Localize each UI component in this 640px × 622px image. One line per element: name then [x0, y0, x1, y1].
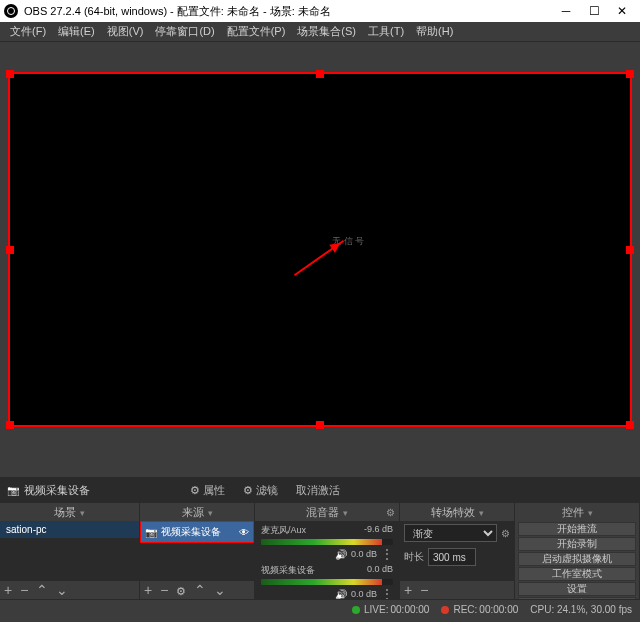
window-titlebar: OBS 27.2.4 (64-bit, windows) - 配置文件: 未命名… [0, 0, 640, 22]
add-scene-button[interactable]: + [4, 582, 12, 598]
selection-handle[interactable] [6, 246, 14, 254]
scene-filters-button[interactable]: ⌃ [36, 582, 48, 598]
audio-mixer-panel: 混音器 麦克风/Aux-9.6 dB 0.0 dB 视频采集设备0.0 dB 0… [255, 503, 400, 599]
properties-button[interactable]: 属性 [190, 483, 225, 498]
selection-handle[interactable] [316, 70, 324, 78]
cpu-status: CPU: 24.1%, 30.00 fps [530, 604, 632, 615]
menu-edit[interactable]: 编辑(E) [52, 22, 101, 41]
start-recording-button[interactable]: 开始录制 [518, 537, 636, 551]
exit-button[interactable]: 退出 [518, 597, 636, 599]
mixer-track: 视频采集设备0.0 dB 0.0 dB [255, 561, 399, 599]
more-icon[interactable] [381, 547, 393, 561]
panel-title: 混音器 [306, 505, 339, 520]
source-down-button[interactable]: ⌄ [214, 582, 226, 598]
live-status: LIVE: 00:00:00 [352, 604, 429, 615]
selection-handle[interactable] [6, 70, 14, 78]
camera-icon [145, 527, 157, 538]
scene-filters-down-button[interactable]: ⌄ [56, 582, 68, 598]
menu-help[interactable]: 帮助(H) [410, 22, 459, 41]
remove-source-button[interactable]: − [160, 582, 168, 598]
scenes-panel: 场景 sation-pc + − ⌃ ⌄ [0, 503, 140, 599]
transitions-panel: 转场特效 渐变 时长 + − [400, 503, 515, 599]
menu-profile[interactable]: 配置文件(P) [221, 22, 292, 41]
menu-scenes[interactable]: 场景集合(S) [291, 22, 362, 41]
more-icon[interactable] [381, 587, 393, 599]
settings-button[interactable]: 设置 [518, 582, 636, 596]
volume-meter [261, 579, 393, 585]
chevron-down-icon[interactable] [479, 506, 484, 518]
app-icon [4, 4, 18, 18]
mixer-track: 麦克风/Aux-9.6 dB 0.0 dB [255, 521, 399, 561]
studio-mode-button[interactable]: 工作室模式 [518, 567, 636, 581]
add-source-button[interactable]: + [144, 582, 152, 598]
speaker-icon[interactable] [335, 589, 347, 600]
preview-area: 无 信 号 [0, 42, 640, 477]
chevron-down-icon[interactable] [208, 506, 213, 518]
panel-title: 来源 [182, 505, 204, 520]
menu-file[interactable]: 文件(F) [4, 22, 52, 41]
gear-icon[interactable] [386, 506, 395, 518]
minimize-button[interactable]: ─ [552, 0, 580, 22]
annotation-arrow [294, 239, 344, 275]
source-properties-button[interactable] [176, 582, 186, 598]
scene-item[interactable]: sation-pc [0, 521, 139, 538]
selection-handle[interactable] [626, 70, 634, 78]
remove-scene-button[interactable]: − [20, 582, 28, 598]
camera-icon [6, 484, 20, 496]
controls-panel: 控件 开始推流 开始录制 启动虚拟摄像机 工作室模式 设置 退出 [515, 503, 640, 599]
panel-title: 转场特效 [431, 505, 475, 520]
menu-dock[interactable]: 停靠窗口(D) [149, 22, 220, 41]
deactivate-button[interactable]: 取消激活 [296, 483, 340, 498]
maximize-button[interactable]: ☐ [580, 0, 608, 22]
selection-handle[interactable] [316, 421, 324, 429]
chevron-down-icon[interactable] [588, 506, 593, 518]
eye-icon[interactable] [239, 527, 249, 538]
volume-meter [261, 539, 393, 545]
menu-view[interactable]: 视图(V) [101, 22, 150, 41]
preview-canvas[interactable]: 无 信 号 [8, 72, 632, 427]
source-item[interactable]: 视频采集设备 [140, 521, 254, 543]
selected-source-label: 视频采集设备 [24, 483, 90, 498]
transition-select[interactable]: 渐变 [404, 524, 497, 542]
selection-handle[interactable] [6, 421, 14, 429]
menubar: 文件(F) 编辑(E) 视图(V) 停靠窗口(D) 配置文件(P) 场景集合(S… [0, 22, 640, 42]
chevron-down-icon[interactable] [343, 506, 348, 518]
gear-icon [190, 484, 200, 497]
start-virtualcam-button[interactable]: 启动虚拟摄像机 [518, 552, 636, 566]
remove-transition-button[interactable]: − [420, 582, 428, 598]
source-up-button[interactable]: ⌃ [194, 582, 206, 598]
filter-icon [243, 484, 253, 497]
statusbar: LIVE: 00:00:00 REC: 00:00:00 CPU: 24.1%,… [0, 599, 640, 619]
duration-input[interactable] [428, 548, 476, 566]
gear-icon[interactable] [501, 527, 510, 539]
panel-title: 场景 [54, 505, 76, 520]
bottom-panels: 场景 sation-pc + − ⌃ ⌄ 来源 视频采集设备 + − ⌃ ⌄ [0, 503, 640, 599]
sources-panel: 来源 视频采集设备 + − ⌃ ⌄ [140, 503, 255, 599]
source-context-toolbar: 视频采集设备 属性 滤镜 取消激活 [0, 477, 640, 503]
close-button[interactable]: ✕ [608, 0, 636, 22]
window-title: OBS 27.2.4 (64-bit, windows) - 配置文件: 未命名… [24, 4, 552, 19]
source-item-label: 视频采集设备 [161, 525, 235, 539]
filters-button[interactable]: 滤镜 [243, 483, 278, 498]
start-streaming-button[interactable]: 开始推流 [518, 522, 636, 536]
panel-title: 控件 [562, 505, 584, 520]
selection-handle[interactable] [626, 246, 634, 254]
menu-tools[interactable]: 工具(T) [362, 22, 410, 41]
speaker-icon[interactable] [335, 549, 347, 560]
duration-label: 时长 [404, 550, 424, 564]
chevron-down-icon[interactable] [80, 506, 85, 518]
add-transition-button[interactable]: + [404, 582, 412, 598]
rec-status: REC: 00:00:00 [441, 604, 518, 615]
selection-handle[interactable] [626, 421, 634, 429]
